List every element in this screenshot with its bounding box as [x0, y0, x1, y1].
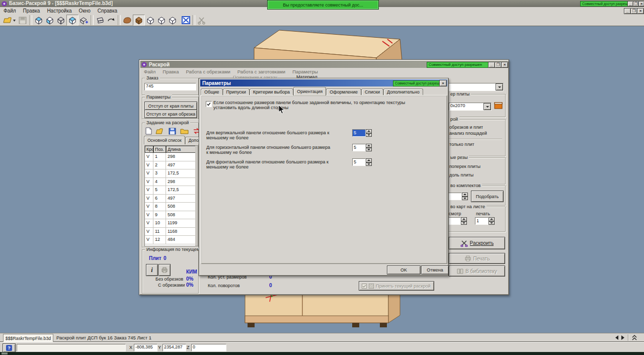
pin-tabs-button[interactable]	[632, 335, 637, 341]
select-region-button[interactable]	[180, 15, 191, 25]
mode-option-area-analysis[interactable]: анализ площадей	[449, 131, 487, 136]
frontal-ratio-spinner[interactable]: 5	[352, 158, 372, 166]
rotate-view-button[interactable]	[106, 15, 117, 25]
table-row[interactable]: V 8 508	[145, 203, 196, 211]
mdi-close-button[interactable]: ×	[637, 8, 644, 14]
info-button[interactable]: i	[146, 264, 158, 276]
cut-button[interactable]: Раскроить	[449, 237, 505, 249]
combo-arrow-button[interactable]	[496, 83, 503, 91]
tab-orientation[interactable]: Ориентация	[293, 87, 326, 96]
raskroy-menu-blanks[interactable]: Работа с заготовками	[234, 68, 289, 75]
tab-scroll-right-button[interactable]	[621, 335, 625, 341]
view-cube-top-button[interactable]	[33, 15, 44, 25]
tab-main-list[interactable]: Основной список	[144, 136, 185, 144]
menu-help[interactable]: Справка	[94, 8, 121, 14]
panels-table[interactable]: Кром Поз. Длина V 1 298 V	[144, 145, 196, 246]
cut-option-across[interactable]: поперек плиты	[449, 164, 480, 169]
print-count-spinner[interactable]: 1	[475, 217, 495, 225]
menu-window[interactable]: Окно	[75, 8, 94, 14]
table-row[interactable]: V 1 298	[145, 153, 196, 161]
mode-option-plates-only[interactable]: только плит	[449, 142, 474, 147]
tab-selection-criteria[interactable]: Критерии выбора	[250, 88, 293, 96]
solid-cube-button[interactable]	[133, 15, 145, 26]
menu-edit[interactable]: Правка	[20, 8, 44, 14]
sets-spinner[interactable]	[448, 193, 468, 200]
table-row[interactable]: V 2 497	[145, 161, 196, 170]
table-row[interactable]: V 5 172,5	[145, 186, 196, 195]
horizontal-ratio-spinner[interactable]: 5	[352, 144, 372, 151]
raskroy-minimize-button[interactable]: _	[488, 62, 495, 68]
table-row[interactable]: V 12 484	[145, 236, 196, 244]
tab-additional[interactable]: Дополнительно	[383, 88, 423, 96]
new-list-button[interactable]	[144, 127, 153, 135]
y-coord-field[interactable]: 2354,287	[163, 344, 186, 351]
cut-tool-button[interactable]	[196, 15, 207, 25]
z-coord-field[interactable]: 0	[191, 344, 226, 351]
plate-edge-offset-button[interactable]: Отступ от края плиты	[144, 102, 197, 110]
view-cube-iso-button[interactable]	[66, 15, 78, 26]
solid-shaded-button[interactable]	[122, 15, 133, 25]
first-cuts-group: ые резы поперек плиты доль плиты	[444, 157, 506, 185]
open-list-button[interactable]	[155, 127, 165, 135]
save-button[interactable]	[17, 15, 28, 25]
raskroy-menu-edit[interactable]: Правка	[159, 68, 182, 75]
table-row[interactable]: V 3 172,5	[145, 169, 196, 178]
raskroy-menu-file[interactable]: Файл	[140, 68, 159, 75]
col-header-length[interactable]: Длина	[166, 146, 196, 153]
select-sets-button[interactable]: Подобрать	[471, 191, 504, 202]
cut-option-along[interactable]: доль плиты	[449, 172, 473, 178]
open-file-button[interactable]	[2, 15, 17, 25]
table-body[interactable]: V 1 298 V 2 497 V 3	[145, 153, 196, 244]
texture-orientation-checkbox[interactable]	[206, 101, 212, 107]
plate-icon-button[interactable]	[494, 101, 503, 111]
raskroy-close-button[interactable]: ×	[501, 62, 508, 68]
print-info-button[interactable]	[158, 264, 171, 276]
table-row[interactable]: V 10 1199	[145, 219, 196, 228]
col-header-pos[interactable]: Поз.	[153, 146, 166, 153]
table-scrollbar[interactable]	[195, 145, 198, 246]
table-row[interactable]: V 9 508	[145, 211, 196, 220]
order-number-input[interactable]: 745	[144, 83, 196, 91]
raskroy-restore-button[interactable]: ❐	[495, 62, 502, 68]
mdi-minimize-button[interactable]: _	[624, 8, 631, 14]
raskroy-menu-offcuts[interactable]: Работа с обрезками	[182, 68, 233, 75]
cancel-button[interactable]: Отмена	[421, 265, 449, 275]
vertical-ratio-spinner[interactable]: 5	[352, 129, 372, 137]
wire-cube-2-button[interactable]	[156, 15, 167, 25]
tab-formatting[interactable]: Оформление	[326, 88, 361, 96]
panel-wire-button[interactable]	[95, 15, 106, 25]
accept-cut-button[interactable]: Принять текущий раскрой	[359, 281, 434, 291]
material-combo[interactable]	[446, 83, 504, 91]
view-cube-axes-button[interactable]	[78, 15, 90, 25]
offcut-edge-offset-button[interactable]: Отступ от края обрезка	[144, 110, 197, 118]
view-cube-wire-button[interactable]	[55, 15, 66, 25]
tab-general[interactable]: Общие	[201, 88, 223, 96]
help-button[interactable]: ?	[3, 343, 16, 352]
wire-cube-1-button[interactable]	[145, 15, 156, 25]
to-library-button[interactable]: В библиотеку	[449, 265, 505, 277]
col-header-edge[interactable]: Кром	[145, 146, 153, 153]
file-tab[interactable]: $$$RaskrTempFile.b3d	[3, 334, 53, 342]
close-button[interactable]: ×	[638, 1, 644, 7]
menu-file[interactable]: Файл	[0, 8, 20, 14]
tab-scroll-left-button[interactable]	[615, 335, 619, 341]
plate-size-combo[interactable]: 0x2070	[449, 103, 492, 111]
x-coord-field[interactable]: -808,385	[134, 344, 157, 351]
view-count-spinner[interactable]	[447, 217, 467, 225]
tab-lists[interactable]: Списки	[361, 88, 383, 96]
table-row[interactable]: V 11 1168	[145, 228, 196, 236]
table-row[interactable]: V 6 497	[145, 195, 196, 203]
combo-arrow-button[interactable]	[484, 103, 491, 110]
wire-cube-3-button[interactable]	[167, 15, 178, 25]
ok-button[interactable]: OK	[387, 265, 421, 275]
view-cube-front-button[interactable]	[44, 15, 55, 25]
menu-settings[interactable]: Настройка	[43, 8, 75, 14]
mdi-restore-button[interactable]: ❐	[630, 8, 637, 14]
table-row[interactable]: V 4 298	[145, 178, 196, 187]
dialog-close-button[interactable]: ×	[439, 80, 447, 86]
tab-allowances[interactable]: Припуски	[223, 88, 250, 96]
folder-button[interactable]	[179, 127, 189, 135]
print-button[interactable]: Печать	[449, 253, 505, 264]
mode-option-offcuts-plates[interactable]: обрезков и плит	[449, 125, 483, 130]
save-list-button[interactable]	[167, 127, 177, 135]
